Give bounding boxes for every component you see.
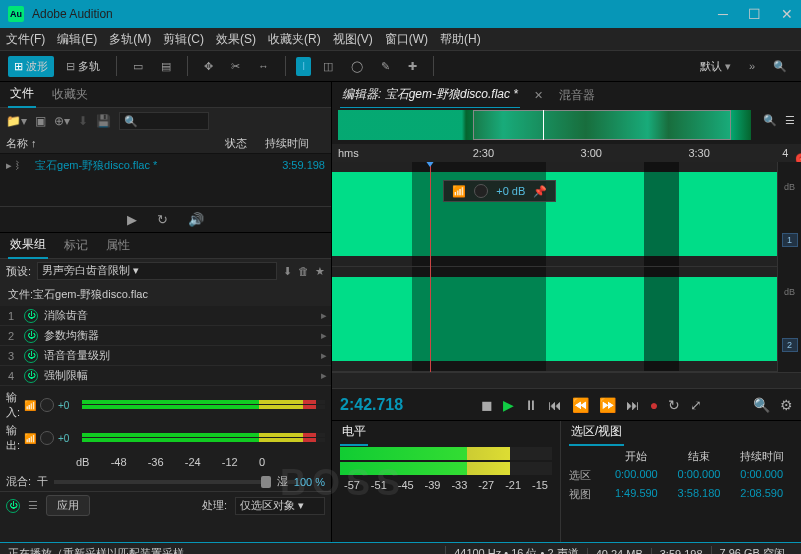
selection-view-tab[interactable]: 选区/视图 bbox=[569, 419, 624, 446]
new-file-icon[interactable]: ⊕▾ bbox=[54, 114, 70, 128]
razor-tool-icon[interactable]: ✂ bbox=[225, 57, 246, 76]
mixer-tab[interactable]: 混音器 bbox=[557, 83, 597, 108]
file-search-input[interactable] bbox=[119, 112, 209, 130]
close-button[interactable]: ✕ bbox=[781, 6, 793, 22]
col-state[interactable]: 状态 bbox=[225, 136, 265, 151]
mix-value[interactable]: 100 % bbox=[294, 476, 325, 488]
hud-pin-icon[interactable]: 📌 bbox=[533, 185, 547, 198]
output-gain-value[interactable]: +0 bbox=[58, 433, 78, 444]
channel-1-badge[interactable]: 1 bbox=[782, 233, 798, 247]
hud-gain-knob[interactable] bbox=[474, 184, 488, 198]
workspace-more-icon[interactable]: » bbox=[743, 57, 761, 75]
menu-favorites[interactable]: 收藏夹(R) bbox=[268, 31, 321, 48]
import-icon[interactable]: ⬇ bbox=[78, 114, 88, 128]
menu-view[interactable]: 视图(V) bbox=[333, 31, 373, 48]
input-gain-knob[interactable] bbox=[40, 398, 54, 412]
power-icon[interactable]: ⏻ bbox=[24, 349, 38, 363]
waveform-overview[interactable]: 🔍 ☰ bbox=[332, 108, 801, 144]
zoom-in-icon[interactable]: 🔍 bbox=[753, 397, 770, 413]
search-icon[interactable]: 🔍 bbox=[767, 57, 793, 76]
favorite-icon[interactable]: ★ bbox=[315, 265, 325, 278]
rack-menu-icon[interactable]: ☰ bbox=[28, 499, 38, 512]
menu-effects[interactable]: 效果(S) bbox=[216, 31, 256, 48]
loop-button[interactable]: ↻ bbox=[668, 397, 680, 413]
process-select[interactable]: 仅选区对象 ▾ bbox=[235, 497, 325, 515]
output-gain-knob[interactable] bbox=[40, 431, 54, 445]
slip-tool-icon[interactable]: ↔ bbox=[252, 57, 275, 75]
pause-button[interactable]: ⏸ bbox=[524, 397, 538, 413]
hud-vol-icon[interactable]: 📶 bbox=[452, 185, 466, 198]
hud-gain-value[interactable]: +0 dB bbox=[496, 185, 525, 197]
menu-edit[interactable]: 编辑(E) bbox=[57, 31, 97, 48]
hud-toggle-icon[interactable]: ▭ bbox=[127, 57, 149, 76]
zoom-tool-icon[interactable]: 🔍 bbox=[763, 114, 777, 127]
input-gain-value[interactable]: +0 bbox=[58, 400, 78, 411]
save-preset-icon[interactable]: ⬇ bbox=[283, 265, 292, 278]
mini-play-icon[interactable]: ▶ bbox=[127, 212, 137, 227]
files-tab[interactable]: 文件 bbox=[8, 81, 36, 108]
fx-slot[interactable]: 3⏻语音音量级别▸ bbox=[0, 346, 331, 366]
spectral-toggle-icon[interactable]: ▤ bbox=[155, 57, 177, 76]
markers-tab[interactable]: 标记 bbox=[62, 233, 90, 258]
view-end[interactable]: 3:58.180 bbox=[668, 487, 731, 502]
mix-slider[interactable] bbox=[54, 480, 271, 484]
move-tool-icon[interactable]: ✥ bbox=[198, 57, 219, 76]
waveform-editor[interactable]: 📶 +0 dB 📌 bbox=[332, 162, 777, 372]
record-file-icon[interactable]: ▣ bbox=[35, 114, 46, 128]
marquee-tool-icon[interactable]: ◫ bbox=[317, 57, 339, 76]
sel-dur[interactable]: 0:00.000 bbox=[730, 468, 793, 483]
view-menu-icon[interactable]: ☰ bbox=[785, 114, 795, 127]
sel-end[interactable]: 0:00.000 bbox=[668, 468, 731, 483]
levels-tab[interactable]: 电平 bbox=[340, 419, 368, 446]
mini-autoplay-icon[interactable]: 🔊 bbox=[188, 212, 204, 227]
sel-start[interactable]: 0:00.000 bbox=[605, 468, 668, 483]
record-button[interactable]: ● bbox=[650, 397, 658, 413]
rack-power-icon[interactable]: ⏻ bbox=[6, 499, 20, 513]
menu-help[interactable]: 帮助(H) bbox=[440, 31, 481, 48]
timeline-ruler[interactable]: hms 2:30 3:00 3:30 4 📌 🧲 bbox=[332, 144, 801, 162]
playhead[interactable] bbox=[430, 162, 431, 372]
file-row[interactable]: ▸ ⧘ 宝石gem-野狼disco.flac * 3:59.198 bbox=[0, 154, 331, 176]
channel-2-badge[interactable]: 2 bbox=[782, 338, 798, 352]
waveform-mode-button[interactable]: ⊞ 波形 bbox=[8, 56, 54, 77]
col-duration[interactable]: 持续时间 bbox=[265, 136, 325, 151]
heal-tool-icon[interactable]: ✚ bbox=[402, 57, 423, 76]
hud-overlay[interactable]: 📶 +0 dB 📌 bbox=[443, 180, 556, 202]
save-icon[interactable]: 💾 bbox=[96, 114, 111, 128]
view-dur[interactable]: 2:08.590 bbox=[730, 487, 793, 502]
view-start[interactable]: 1:49.590 bbox=[605, 487, 668, 502]
skip-selection-button[interactable]: ⤢ bbox=[690, 397, 702, 413]
multitrack-mode-button[interactable]: ⊟ 多轨 bbox=[60, 56, 106, 77]
menu-file[interactable]: 文件(F) bbox=[6, 31, 45, 48]
fx-rack-tab[interactable]: 效果组 bbox=[8, 232, 48, 259]
fx-slot[interactable]: 2⏻参数均衡器▸ bbox=[0, 326, 331, 346]
time-display[interactable]: 2:42.718 bbox=[340, 396, 430, 414]
menu-clip[interactable]: 剪辑(C) bbox=[163, 31, 204, 48]
delete-preset-icon[interactable]: 🗑 bbox=[298, 265, 309, 277]
maximize-button[interactable]: ☐ bbox=[748, 6, 761, 22]
forward-button[interactable]: ⏩ bbox=[599, 397, 616, 413]
power-icon[interactable]: ⏻ bbox=[24, 329, 38, 343]
favorites-tab[interactable]: 收藏夹 bbox=[50, 82, 90, 107]
apply-button[interactable]: 应用 bbox=[46, 495, 90, 516]
menu-window[interactable]: 窗口(W) bbox=[385, 31, 428, 48]
time-select-tool-icon[interactable]: Ⅰ bbox=[296, 57, 311, 76]
brush-tool-icon[interactable]: ✎ bbox=[375, 57, 396, 76]
editor-tab-close-icon[interactable]: ✕ bbox=[534, 89, 543, 102]
editor-tab[interactable]: 编辑器: 宝石gem-野狼disco.flac * bbox=[340, 82, 520, 109]
workspace-selector[interactable]: 默认 ▾ bbox=[694, 56, 737, 77]
fx-slot[interactable]: 4⏻强制限幅▸ bbox=[0, 366, 331, 386]
open-file-icon[interactable]: 📁▾ bbox=[6, 114, 27, 128]
col-name[interactable]: 名称 ↑ bbox=[6, 136, 225, 151]
skip-forward-button[interactable]: ⏭ bbox=[626, 397, 640, 413]
mini-loop-icon[interactable]: ↻ bbox=[157, 212, 168, 227]
stop-button[interactable]: ◼ bbox=[481, 397, 493, 413]
preset-select[interactable]: 男声旁白齿音限制 ▾ bbox=[37, 262, 277, 280]
zoom-options-icon[interactable]: ⚙ bbox=[780, 397, 793, 413]
minimize-button[interactable]: ─ bbox=[718, 6, 728, 22]
play-button[interactable]: ▶ bbox=[503, 397, 514, 413]
menu-multitrack[interactable]: 多轨(M) bbox=[109, 31, 151, 48]
fx-slot[interactable]: 1⏻消除齿音▸ bbox=[0, 306, 331, 326]
rewind-button[interactable]: ⏪ bbox=[572, 397, 589, 413]
skip-back-button[interactable]: ⏮ bbox=[548, 397, 562, 413]
